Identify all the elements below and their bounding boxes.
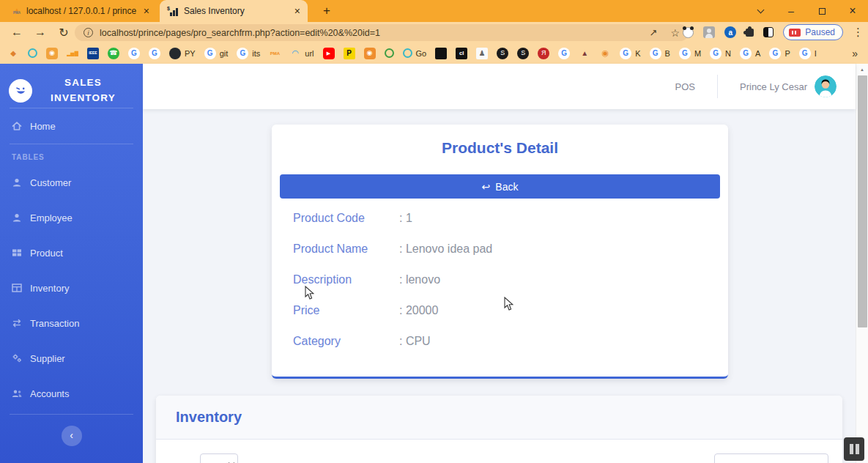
- sales-chart-favicon: $: [167, 6, 178, 16]
- bookmark-star-icon[interactable]: ☆: [670, 27, 680, 39]
- sidebar-item-inventory[interactable]: Inventory: [0, 270, 143, 305]
- avatar[interactable]: [815, 75, 837, 97]
- bookmark-item[interactable]: ▂▅▇: [67, 48, 78, 59]
- download-paused-pill[interactable]: Paused: [783, 24, 843, 40]
- sidebar-item-label: Home: [30, 121, 56, 132]
- bookmark-item[interactable]: Я: [538, 48, 549, 59]
- bookmark-item[interactable]: G: [149, 48, 160, 59]
- bookmark-item[interactable]: GK: [620, 48, 640, 59]
- scrollbar-thumb[interactable]: [858, 75, 867, 327]
- reload-icon[interactable]: ↻: [54, 23, 73, 41]
- sidebar-item-home[interactable]: Home: [0, 108, 143, 144]
- close-button[interactable]: ×: [837, 0, 868, 22]
- bookmark-item[interactable]: ▶: [323, 48, 335, 59]
- share-icon[interactable]: ↗: [650, 27, 658, 38]
- bookmark-item[interactable]: GB: [650, 48, 670, 59]
- url-text[interactable]: localhost/prince/pages/pro_searchfrm.php…: [100, 28, 637, 38]
- bookmark-item[interactable]: PY: [169, 48, 196, 59]
- sidebar-item-employee[interactable]: Employee: [0, 200, 143, 235]
- bookmark-item[interactable]: P: [344, 48, 355, 59]
- back-button[interactable]: ↩ Back: [280, 174, 720, 199]
- bookmark-item[interactable]: S: [497, 48, 508, 59]
- bookmark-item[interactable]: G: [558, 48, 570, 59]
- forward-icon[interactable]: →: [31, 23, 50, 41]
- bookmark-item[interactable]: IEEE: [87, 48, 99, 59]
- sidebar-item-supplier[interactable]: Supplier: [0, 341, 143, 376]
- bookmark-item[interactable]: GI: [799, 48, 817, 59]
- inventory-search-input[interactable]: [714, 453, 828, 463]
- bookmark-item[interactable]: [435, 48, 447, 59]
- bookmark-item[interactable]: GA: [740, 48, 760, 59]
- bookmark-label: K: [635, 49, 640, 58]
- minimize-button[interactable]: –: [776, 0, 806, 22]
- sidebar-item-accounts[interactable]: Accounts: [0, 376, 143, 411]
- bookmark-item[interactable]: [385, 48, 394, 58]
- sidebar-collapse-button[interactable]: ‹: [62, 426, 82, 446]
- back-icon[interactable]: ←: [7, 23, 26, 41]
- detail-label: Product Name: [293, 242, 399, 256]
- new-tab-button[interactable]: +: [318, 2, 335, 20]
- bookmark-item[interactable]: ☎: [108, 48, 119, 59]
- detail-row: Price : 20000: [272, 295, 728, 326]
- detail-value: : lenovo: [399, 273, 440, 286]
- whatsapp-icon: ☎: [108, 48, 119, 59]
- bookmark-item[interactable]: GN: [710, 48, 731, 59]
- bookmark-item[interactable]: ◆: [7, 48, 19, 59]
- bookmarks-overflow-chevron[interactable]: »: [849, 48, 861, 59]
- bookmark-item[interactable]: GP: [769, 48, 790, 59]
- bookmark-item[interactable]: [28, 48, 37, 58]
- bookmark-item[interactable]: ◉: [599, 48, 611, 59]
- extensions-puzzle-icon[interactable]: [746, 29, 754, 37]
- bookmark-item[interactable]: ◠url: [289, 48, 314, 59]
- bookmark-item[interactable]: S: [517, 48, 529, 59]
- bookmark-item[interactable]: Ggit: [204, 48, 229, 59]
- tab-search-chevron-icon[interactable]: [745, 0, 776, 22]
- figure-icon: ♟: [476, 48, 488, 59]
- pause-overlay-button[interactable]: [844, 437, 864, 461]
- pos-link[interactable]: POS: [675, 81, 695, 92]
- page-scrollbar[interactable]: ▲: [856, 64, 868, 463]
- tab-phpmyadmin[interactable]: ▲ PMA localhost / 127.0.0.1 / prince / e…: [6, 0, 157, 22]
- google-icon: G: [558, 48, 570, 59]
- a-extension-icon[interactable]: a: [724, 26, 736, 38]
- bookmark-item[interactable]: PMA: [269, 48, 281, 59]
- back-button-label: Back: [495, 181, 518, 193]
- bookmark-item[interactable]: GM: [679, 48, 701, 59]
- detail-label: Price: [293, 304, 399, 317]
- sidebar-item-label: Inventory: [30, 283, 69, 294]
- address-bar[interactable]: i localhost/prince/pages/pro_searchfrm.p…: [75, 24, 689, 41]
- p-icon: P: [344, 48, 355, 59]
- person-extension-icon[interactable]: [703, 26, 715, 38]
- restore-button[interactable]: [806, 0, 837, 22]
- grid-icon: [12, 248, 22, 258]
- page-length-select[interactable]: [200, 453, 238, 463]
- bookmark-item[interactable]: ♟: [476, 48, 488, 59]
- site-info-icon[interactable]: i: [84, 28, 93, 37]
- browser-menu-icon[interactable]: ⋮: [853, 26, 864, 39]
- bookmark-item[interactable]: ◉: [364, 48, 376, 59]
- user-name[interactable]: Prince Ly Cesar: [740, 81, 807, 92]
- sidebar-item-customer[interactable]: Customer: [0, 165, 143, 200]
- tab-close-icon[interactable]: ×: [294, 5, 300, 17]
- ieee-icon: IEEE: [87, 48, 99, 59]
- youtube-icon: ▶: [323, 48, 335, 59]
- bookmark-item[interactable]: Go: [403, 48, 427, 58]
- bookmark-item[interactable]: Gits: [237, 48, 260, 59]
- bookmark-label: its: [252, 49, 260, 58]
- bookmark-item[interactable]: ▲: [579, 48, 590, 59]
- bookmark-item[interactable]: cl: [456, 48, 467, 59]
- bookmark-item[interactable]: ◉: [46, 48, 58, 59]
- panda-extension-icon[interactable]: [683, 27, 694, 38]
- bookmark-label: git: [220, 49, 229, 58]
- scrollbar-up-icon[interactable]: ▲: [856, 64, 868, 75]
- brand[interactable]: SALES INVENTORY: [0, 64, 143, 108]
- sidebar: SALES INVENTORY Home TABLES Customer Emp…: [0, 64, 143, 463]
- tab-sales-inventory[interactable]: $ Sales Inventory ×: [160, 0, 308, 22]
- sidebar-item-transaction[interactable]: Transaction: [0, 305, 143, 341]
- bookmark-item[interactable]: G: [128, 48, 140, 59]
- tab-close-icon[interactable]: ×: [144, 5, 149, 17]
- bookmark-label: A: [755, 49, 760, 58]
- sidebar-item-product[interactable]: Product: [0, 235, 143, 270]
- cl-icon: cl: [456, 48, 467, 59]
- contrast-extension-icon[interactable]: [763, 27, 774, 37]
